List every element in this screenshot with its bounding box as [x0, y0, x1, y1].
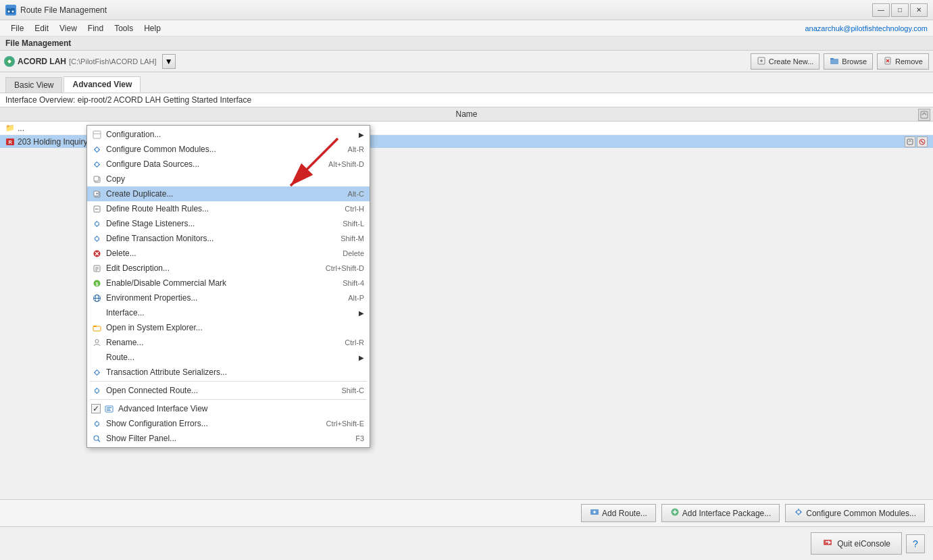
tab-advanced[interactable]: Advanced View — [64, 76, 141, 93]
status-bar: Quit eiConsole ? — [0, 526, 933, 560]
help-button[interactable]: ? — [906, 534, 925, 553]
svg-rect-73 — [107, 410, 111, 411]
ctx-rename-shortcut: Ctrl-R — [345, 338, 364, 347]
ctx-open-system-explorer[interactable]: Open in System Explorer... — [87, 320, 370, 335]
svg-rect-72 — [107, 409, 110, 409]
ctx-edit-description-shortcut: Ctrl+Shift-D — [326, 264, 364, 272]
ctx-copy-label: Copy — [106, 174, 364, 184]
quit-icon — [822, 537, 833, 550]
svg-point-44 — [95, 236, 99, 240]
menu-edit[interactable]: Edit — [29, 22, 54, 34]
ctx-define-transaction-shortcut: Shift-M — [341, 234, 364, 243]
menu-file[interactable]: File — [5, 22, 29, 34]
workspace-icon — [4, 56, 15, 67]
ctx-interface[interactable]: Interface... ▶ — [87, 305, 370, 320]
menu-help[interactable]: Help — [138, 22, 166, 34]
row-icon-203: R — [5, 137, 15, 147]
ctx-advanced-interface-view[interactable]: ✓ Advanced Interface View — [87, 401, 370, 416]
tab-basic[interactable]: Basic View — [5, 77, 62, 93]
ctx-delete[interactable]: Delete... Delete — [87, 246, 370, 261]
minimize-button[interactable]: — — [872, 3, 890, 17]
svg-text:$: $ — [95, 281, 98, 286]
add-interface-label: Add Interface Package... — [682, 509, 771, 518]
svg-point-21 — [95, 147, 99, 151]
svg-line-18 — [921, 141, 924, 143]
ctx-show-config-errors-label: Show Configuration Errors... — [106, 419, 312, 428]
create-new-icon — [757, 56, 766, 67]
ctx-configure-common-icon — [91, 144, 102, 155]
ctx-copy[interactable]: Copy — [87, 172, 370, 186]
ctx-advanced-interface-view-icon — [103, 403, 114, 414]
app-icon — [5, 5, 16, 16]
quit-button[interactable]: Quit eiConsole — [811, 532, 902, 555]
ctx-create-duplicate[interactable]: Create Duplicate... Alt-C — [87, 186, 370, 201]
ctx-create-duplicate-icon — [91, 188, 102, 199]
row-text-203: 203 Holding Inquiry — [18, 137, 87, 147]
ctx-route[interactable]: Route... ▶ — [87, 350, 370, 365]
ctx-show-filter-panel[interactable]: Show Filter Panel... F3 — [87, 431, 370, 446]
close-button[interactable]: ✕ — [910, 3, 928, 17]
ctx-configuration-arrow: ▶ — [359, 131, 364, 138]
ctx-show-config-errors[interactable]: Show Configuration Errors... Ctrl+Shift-… — [87, 416, 370, 431]
svg-point-2 — [8, 10, 10, 12]
row-action-icon-2[interactable] — [917, 136, 928, 147]
ctx-environment[interactable]: Environment Properties... Alt-P — [87, 290, 370, 305]
menu-tools[interactable]: Tools — [109, 22, 138, 34]
browse-button[interactable]: Browse — [824, 53, 873, 70]
ctx-edit-description[interactable]: Edit Description... Ctrl+Shift-D — [87, 261, 370, 276]
svg-point-62 — [95, 370, 99, 374]
row-text-dots: ... — [18, 124, 24, 133]
browse-label: Browse — [842, 57, 867, 66]
ctx-environment-label: Environment Properties... — [106, 293, 334, 303]
add-route-button[interactable]: Add Route... — [581, 504, 656, 522]
ctx-configure-data[interactable]: Configure Data Sources... Alt+Shift-D — [87, 157, 370, 172]
svg-rect-16 — [907, 139, 913, 145]
svg-point-67 — [95, 388, 99, 392]
svg-point-61 — [95, 339, 99, 342]
ctx-transaction-attr[interactable]: Transaction Attribute Serializers... — [87, 365, 370, 380]
ctx-environment-shortcut: Alt-P — [348, 294, 364, 302]
ctx-enable-disable[interactable]: $ Enable/Disable Commercial Mark Shift-4 — [87, 276, 370, 290]
ctx-show-filter-panel-icon — [91, 433, 102, 444]
ctx-copy-icon — [91, 174, 102, 184]
ctx-define-stage-shortcut: Shift-L — [343, 220, 364, 228]
add-route-label: Add Route... — [602, 509, 647, 518]
tabs-row: Basic View Advanced View — [0, 72, 933, 93]
row-action-icon-1[interactable] — [905, 136, 915, 147]
remove-button[interactable]: Remove — [877, 53, 929, 70]
ctx-configuration[interactable]: Configuration... ▶ — [87, 127, 370, 142]
menu-items: File Edit View Find Tools Help — [5, 22, 166, 34]
quit-label: Quit eiConsole — [837, 539, 890, 549]
create-new-button[interactable]: Create New... — [751, 53, 820, 70]
row-icon-dots: 📁 — [5, 124, 15, 133]
ctx-define-transaction[interactable]: Define Transaction Monitors... Shift-M — [87, 231, 370, 246]
ctx-open-system-explorer-icon — [91, 322, 102, 333]
svg-point-26 — [95, 162, 99, 166]
ctx-advanced-interface-view-checkbox: ✓ — [91, 404, 101, 413]
menu-find[interactable]: Find — [82, 22, 109, 34]
ctx-define-stage[interactable]: Define Stage Listeners... Shift-L — [87, 216, 370, 231]
ctx-configure-common-shortcut: Alt-R — [348, 145, 364, 153]
add-interface-button[interactable]: Add Interface Package... — [661, 504, 780, 522]
table-header-icon-1[interactable] — [918, 109, 930, 121]
svg-rect-9 — [830, 58, 834, 59]
configure-common-button[interactable]: Configure Common Modules... — [785, 504, 925, 522]
file-mgmt-header: File Management — [0, 36, 933, 51]
maximize-button[interactable]: □ — [891, 3, 909, 17]
ctx-show-config-errors-icon — [91, 418, 102, 429]
ctx-environment-icon — [91, 292, 102, 303]
svg-point-86 — [797, 510, 801, 514]
ctx-configure-data-icon — [91, 159, 102, 170]
table-header-name: Name — [5, 109, 928, 119]
ctx-define-route-health[interactable]: Define Route Health Rules... Ctrl-H — [87, 201, 370, 216]
ctx-configure-common[interactable]: Configure Common Modules... Alt-R — [87, 142, 370, 157]
ctx-edit-description-icon — [91, 263, 102, 274]
ctx-rename[interactable]: Rename... Ctrl-R — [87, 335, 370, 350]
ctx-route-label: Route... — [106, 353, 359, 362]
menu-view[interactable]: View — [54, 22, 82, 34]
ctx-open-connected[interactable]: Open Connected Route... Shift-C — [87, 383, 370, 398]
ctx-enable-disable-label: Enable/Disable Commercial Mark — [106, 278, 329, 288]
svg-point-41 — [95, 222, 99, 226]
ctx-configuration-icon — [91, 129, 102, 140]
workspace-dropdown-button[interactable]: ▼ — [162, 54, 176, 69]
